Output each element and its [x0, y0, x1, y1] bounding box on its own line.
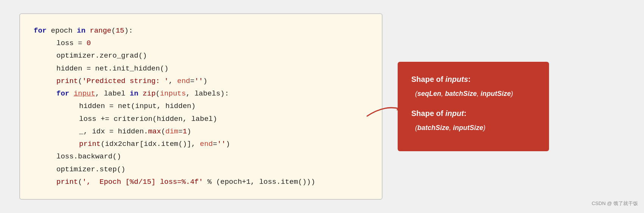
code-line-11: loss.backward() [34, 150, 368, 163]
shape-input-title: Shape of input: [411, 106, 535, 120]
code-line-7: hidden = net(input, hidden) [34, 100, 368, 113]
highlight-input: input [74, 89, 95, 98]
shape-input-detail: (batchSize, inputSize) [411, 122, 535, 134]
code-line-13: print(', Epoch [%d/15] loss=%.4f' % (epo… [34, 176, 368, 188]
code-line-1: for epoch in range(15): [34, 25, 368, 37]
code-block: for epoch in range(15): loss = 0 optimiz… [19, 13, 383, 200]
code-line-8: loss += criterion(hidden, label) [34, 113, 368, 125]
code-line-6: for input, label in zip(inputs, labels): [34, 88, 368, 100]
code-line-4: hidden = net.init_hidden() [34, 63, 368, 75]
shape-inputs-title: Shape of inputs: [411, 72, 535, 86]
code-line-9: _, idx = hidden.max(dim=1) [34, 125, 368, 138]
keyword-for: for [34, 27, 47, 35]
main-container: for epoch in range(15): loss = 0 optimiz… [19, 13, 625, 200]
func-range: range [90, 27, 111, 35]
code-line-2: loss = 0 [34, 37, 368, 50]
code-line-12: optimizer.step() [34, 163, 368, 176]
info-box: Shape of inputs: (seqLen, batchSize, inp… [398, 62, 549, 152]
highlight-inputs: inputs [160, 89, 186, 98]
code-line-3: optimizer.zero_grad() [34, 50, 368, 62]
code-line-10: print(idx2char[idx.item()], end='') [34, 138, 368, 150]
shape-inputs-detail: (seqLen, batchSize, inputSize) [411, 88, 535, 100]
code-line-5: print('Predicted string: ', end='') [34, 75, 368, 88]
watermark: CSDN @ 饿了就干饭 [592, 200, 638, 207]
